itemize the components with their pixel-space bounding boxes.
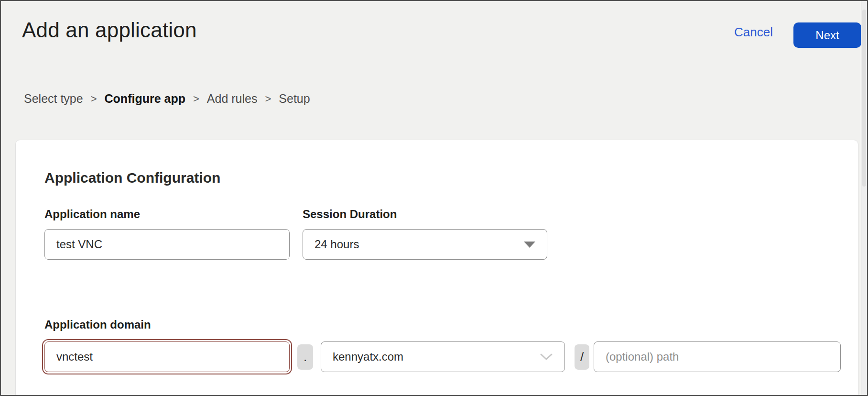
- application-domain-label: Application domain: [44, 318, 151, 331]
- vertical-scrollbar[interactable]: [861, 1, 867, 395]
- breadcrumb-step-select-type[interactable]: Select type: [24, 92, 83, 106]
- cancel-button[interactable]: Cancel: [734, 25, 773, 40]
- breadcrumb-separator: >: [193, 93, 199, 105]
- application-name-input[interactable]: [44, 229, 290, 260]
- breadcrumb-separator: >: [265, 93, 271, 105]
- next-button[interactable]: Next: [793, 22, 861, 48]
- domain-select[interactable]: kennyatx.com: [321, 341, 565, 372]
- session-duration-label: Session Duration: [303, 208, 397, 221]
- breadcrumb-separator: >: [91, 93, 97, 105]
- scrollbar-thumb[interactable]: [862, 10, 866, 187]
- breadcrumb-step-setup[interactable]: Setup: [279, 92, 310, 106]
- session-duration-value: 24 hours: [315, 238, 359, 251]
- breadcrumb-step-configure-app[interactable]: Configure app: [105, 92, 185, 106]
- session-duration-select[interactable]: 24 hours: [303, 229, 547, 260]
- slash-separator: /: [575, 344, 589, 370]
- application-configuration-card: Application Configuration Application na…: [15, 140, 858, 396]
- page-title: Add an application: [22, 18, 197, 42]
- breadcrumb-step-add-rules[interactable]: Add rules: [207, 92, 258, 106]
- domain-select-value: kennyatx.com: [333, 350, 403, 363]
- caret-down-icon: [524, 242, 535, 248]
- application-domain-row: . kennyatx.com /: [44, 341, 841, 372]
- subdomain-input[interactable]: [44, 341, 290, 372]
- dot-separator: .: [297, 344, 313, 370]
- section-title: Application Configuration: [44, 170, 220, 186]
- path-input[interactable]: [594, 341, 841, 372]
- breadcrumb: Select type > Configure app > Add rules …: [24, 92, 310, 106]
- chevron-down-icon: [540, 352, 553, 361]
- application-name-label: Application name: [44, 208, 140, 221]
